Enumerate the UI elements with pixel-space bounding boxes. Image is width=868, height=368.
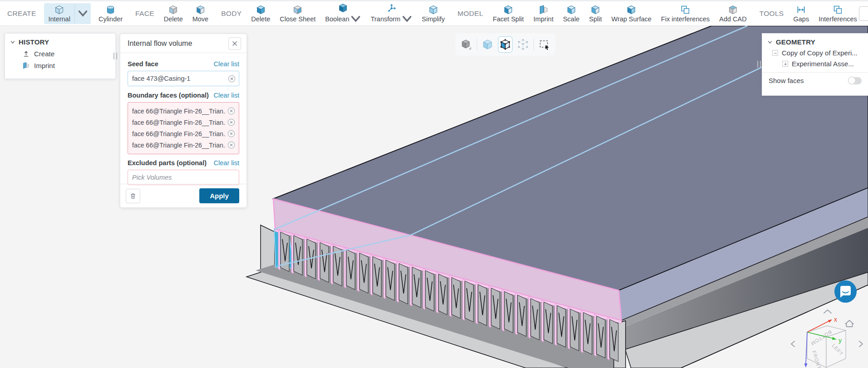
fin-divider[interactable]	[515, 293, 517, 335]
toolbar-item-transform[interactable]: Transform	[369, 1, 414, 25]
toolbar-item-simplify[interactable]: Simplify	[420, 3, 447, 24]
exit-button[interactable]: Exit	[859, 6, 868, 21]
fin-divider[interactable]	[476, 283, 478, 324]
triangle-fin[interactable]	[294, 236, 302, 275]
apply-button[interactable]: Apply	[199, 188, 239, 203]
toolbar-item-gaps[interactable]: Gaps	[792, 3, 811, 24]
toolbar-item-close-sheet[interactable]: Close Sheet	[278, 3, 317, 24]
fin-divider[interactable]	[449, 275, 451, 317]
fin-divider[interactable]	[607, 318, 609, 360]
fin-divider[interactable]	[318, 240, 320, 281]
geometry-panel-resize-grip[interactable]	[757, 61, 761, 68]
triangle-fin[interactable]	[373, 256, 381, 297]
triangle-fin[interactable]	[386, 260, 395, 300]
remove-face-icon[interactable]	[227, 141, 235, 149]
delete-operation-button[interactable]	[126, 189, 140, 203]
triangle-fin[interactable]	[465, 281, 473, 322]
triangle-fin[interactable]	[281, 232, 289, 271]
history-item-create[interactable]: Create	[22, 50, 110, 58]
expand-icon[interactable]	[782, 61, 788, 67]
fin-divider[interactable]	[305, 237, 306, 277]
triangle-fin[interactable]	[425, 270, 434, 311]
fin-divider[interactable]	[555, 304, 557, 346]
chevron-down-icon[interactable]	[10, 40, 15, 44]
triangle-fin[interactable]	[452, 277, 460, 318]
fin-divider[interactable]	[528, 296, 530, 339]
fin-divider[interactable]	[489, 286, 491, 328]
triangle-fin[interactable]	[518, 295, 526, 336]
triangle-fin[interactable]	[544, 302, 552, 343]
remove-face-icon[interactable]	[227, 130, 235, 137]
triangle-fin[interactable]	[346, 250, 355, 290]
boundary-face-row[interactable]: face 66@Triangle Fin-26__Trian...	[132, 139, 235, 151]
mode-box-select[interactable]	[537, 36, 552, 53]
boundary-face-row[interactable]: face 66@Triangle Fin-26__Trian...	[132, 105, 235, 117]
fin-divider[interactable]	[331, 244, 333, 285]
toolbar-item-add-cad[interactable]: Add CAD	[717, 3, 748, 24]
triangle-fin[interactable]	[597, 316, 605, 358]
fin-divider[interactable]	[357, 251, 359, 292]
casing-left-wall[interactable]	[261, 225, 275, 272]
fin-divider[interactable]	[291, 234, 293, 274]
clear-value-icon[interactable]	[228, 75, 236, 83]
toolbar-item-scale[interactable]: Scale	[561, 3, 581, 24]
toolbar-item-boolean[interactable]: Boolean	[323, 1, 363, 25]
seed-clear-list-link[interactable]: Clear list	[214, 60, 239, 68]
fin-divider[interactable]	[542, 300, 543, 342]
toolbar-item-split[interactable]: Split	[587, 3, 603, 24]
toolbar-item-wrap-surface[interactable]: Wrap Surface	[610, 3, 653, 24]
triangle-fin[interactable]	[583, 313, 592, 354]
seed-face-input[interactable]	[128, 71, 239, 86]
toolbar-item-face-move[interactable]: Move	[191, 3, 210, 24]
show-faces-toggle[interactable]	[848, 77, 862, 84]
close-button[interactable]	[228, 37, 241, 50]
triangle-fin[interactable]	[439, 274, 447, 315]
fin-divider[interactable]	[423, 269, 425, 310]
toolbar-item-facet-split[interactable]: Facet Split	[491, 3, 526, 24]
collapse-icon[interactable]	[772, 50, 778, 56]
toolbar-item-face-delete[interactable]: Delete	[162, 3, 185, 24]
toolbar-item-cylinder[interactable]: Cylinder	[97, 3, 124, 24]
internal-dropdown-button[interactable]	[74, 5, 91, 23]
boundary-face-row[interactable]: face 66@Triangle Fin-26__Trian...	[132, 128, 235, 139]
mode-vertex-select[interactable]	[516, 36, 530, 53]
toolbar-item-interferences[interactable]: Interferences	[817, 3, 859, 24]
excluded-parts-input[interactable]	[128, 170, 239, 185]
fin-divider[interactable]	[436, 272, 438, 313]
triangle-fin[interactable]	[570, 309, 579, 351]
fin-divider[interactable]	[370, 255, 372, 295]
fin-divider[interactable]	[502, 289, 504, 331]
triangle-fin[interactable]	[531, 299, 539, 340]
toolbar-item-internal[interactable]: Internal	[44, 3, 91, 24]
triangle-fin[interactable]	[399, 264, 408, 304]
mode-face-select[interactable]	[498, 36, 513, 53]
history-item-imprint[interactable]: Imprint	[22, 62, 110, 69]
fin-divider[interactable]	[463, 279, 464, 321]
triangle-fin[interactable]	[412, 267, 421, 308]
boundary-clear-list-link[interactable]: Clear list	[214, 92, 239, 99]
toolbar-item-fix-interferences[interactable]: Fix interferences	[659, 3, 711, 24]
triangle-fin[interactable]	[360, 253, 368, 293]
remove-face-icon[interactable]	[227, 118, 235, 126]
tree-item-copy-of-copy[interactable]: Copy of Copy of Experi...	[772, 49, 863, 57]
chevron-down-icon[interactable]	[768, 40, 772, 44]
fin-divider[interactable]	[384, 258, 385, 299]
triangle-fin[interactable]	[491, 288, 500, 329]
triangle-fin[interactable]	[504, 291, 513, 333]
excluded-clear-list-link[interactable]: Clear list	[214, 159, 239, 167]
toolbar-item-imprint[interactable]: Imprint	[532, 3, 555, 24]
chat-support-button[interactable]	[834, 280, 857, 303]
fin-divider[interactable]	[278, 230, 280, 270]
toolbar-item-body-delete[interactable]: Delete	[249, 3, 272, 24]
fin-divider[interactable]	[410, 265, 412, 306]
mode-volume-select[interactable]	[459, 36, 473, 53]
mode-body-select[interactable]	[480, 36, 495, 53]
view-navigation-gizmo[interactable]: FRONT LEFT BOTTOM x y	[788, 308, 867, 368]
home-view-icon[interactable]	[845, 320, 853, 327]
tree-item-experimental-assembly[interactable]: Experimental Asse...	[782, 60, 863, 68]
triangle-fin[interactable]	[478, 285, 487, 326]
history-panel-resize-grip[interactable]	[113, 53, 117, 59]
triangle-fin[interactable]	[557, 305, 566, 347]
fin-divider[interactable]	[344, 247, 346, 288]
triangle-fin[interactable]	[320, 242, 329, 282]
